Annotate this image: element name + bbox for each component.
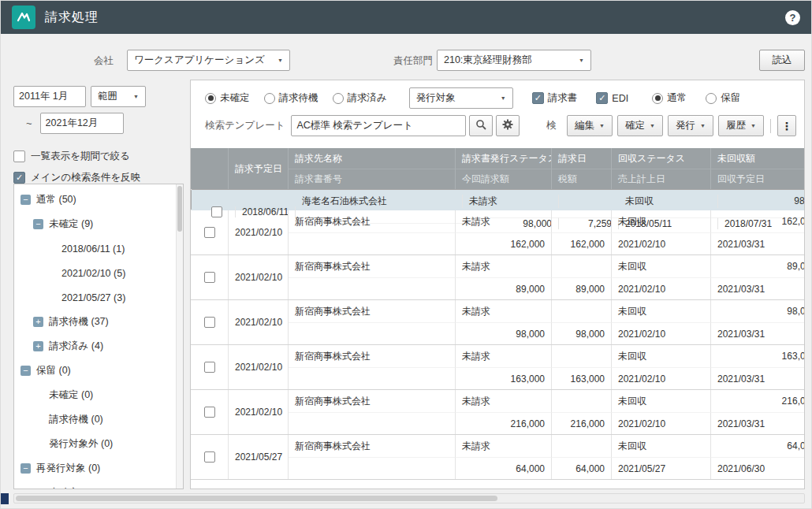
- cell-invoice-number: [289, 232, 456, 254]
- cell-current-amount: 216,000: [456, 412, 552, 434]
- tree-item[interactable]: 2021/05/27 (3): [14, 285, 183, 310]
- cell-bill-date: [552, 345, 612, 367]
- collapse-icon[interactable]: −: [20, 463, 31, 474]
- row-checkbox[interactable]: [204, 227, 215, 238]
- range-select[interactable]: 範囲 ▼: [91, 86, 146, 107]
- collapse-icon[interactable]: −: [20, 195, 31, 205]
- header-billing-date[interactable]: 請求予定日: [229, 148, 289, 189]
- row-checkbox[interactable]: [204, 317, 215, 328]
- header-current-amount[interactable]: 今回請求額: [456, 169, 552, 189]
- tree-item[interactable]: −通常 (50): [14, 188, 183, 212]
- cell-collect-status: 未回収: [612, 390, 711, 412]
- tree-item[interactable]: +請求済み (4): [14, 334, 183, 359]
- table-row[interactable]: 2021/02/10新宿商事株式会社未請求未回収89,00089,00089,0…: [191, 255, 804, 300]
- expand-icon[interactable]: +: [33, 317, 43, 327]
- date-to-input[interactable]: [40, 113, 124, 134]
- row-checkbox[interactable]: [204, 272, 215, 283]
- sidebar-checkbox-row[interactable]: 一覧表示を期間で絞る: [13, 147, 184, 165]
- horizontal-scrollbar[interactable]: [13, 493, 805, 503]
- header-collect-status[interactable]: 回収ステータス: [612, 148, 711, 169]
- radio-option[interactable]: 未確定: [205, 91, 250, 105]
- tree-vertical-scrollbar[interactable]: [176, 184, 183, 489]
- radio-option[interactable]: 保留: [706, 91, 740, 105]
- radio-option[interactable]: 請求済み: [333, 91, 387, 105]
- collapse-icon[interactable]: −: [20, 366, 31, 376]
- tree-item[interactable]: 請求待機 (0): [14, 407, 183, 432]
- cell-unpaid-amount: 162,000: [711, 210, 804, 232]
- tree-item[interactable]: −再発行対象 (0): [14, 456, 183, 481]
- cell-collect-due-date: 2021/03/31: [711, 322, 804, 344]
- tree-item-label: 請求済み (4): [49, 340, 103, 353]
- table-row[interactable]: 2021/05/27新宿商事株式会社未請求未回収64,00064,00064,0…: [191, 435, 804, 480]
- expand-icon[interactable]: +: [33, 341, 43, 351]
- checkbox-icon[interactable]: ✓: [532, 92, 544, 104]
- date-from-input[interactable]: [13, 86, 86, 107]
- header-collect-due-date[interactable]: 回収予定日: [711, 169, 804, 189]
- table-row[interactable]: 2021/02/10新宿商事株式会社未請求未回収163,000163,00016…: [191, 345, 804, 390]
- checkbox-icon[interactable]: ✓: [13, 172, 25, 184]
- cell-unpaid-amount: 163,000: [711, 345, 804, 367]
- row-checkbox[interactable]: [204, 362, 215, 373]
- radio-option[interactable]: 請求待機: [264, 91, 318, 105]
- row-checkbox-cell: [191, 345, 229, 389]
- history-button[interactable]: 履歴▼: [718, 115, 764, 136]
- table-row[interactable]: 2018/06/11海老名石油株式会社未請求未回収98,00098,0007,2…: [191, 189, 804, 210]
- table-row[interactable]: 2021/02/10新宿商事株式会社未請求未回収162,000162,00016…: [191, 210, 804, 255]
- tree-item[interactable]: 2021/02/10 (5): [14, 261, 183, 285]
- search-button[interactable]: [469, 115, 493, 136]
- confirm-button[interactable]: 確定▼: [617, 115, 663, 136]
- checkbox-option[interactable]: ✓EDI: [596, 92, 628, 104]
- radio-label: 未確定: [220, 91, 250, 105]
- company-select[interactable]: ワークスアプリケーションズ ▼: [127, 50, 290, 71]
- tree-item[interactable]: 発行対象外 (0): [14, 432, 183, 456]
- table-row[interactable]: 2021/02/10新宿商事株式会社未請求未回収216,000216,00021…: [191, 390, 804, 435]
- checkbox-option[interactable]: ✓請求書: [532, 91, 578, 105]
- department-select[interactable]: 210:東京経理財務部 ▼: [437, 50, 591, 71]
- cell-unpaid-amount: 216,000: [711, 390, 804, 412]
- settings-button[interactable]: [496, 115, 520, 136]
- help-icon[interactable]: ?: [785, 10, 800, 25]
- radio-icon[interactable]: [264, 93, 275, 104]
- tree-item[interactable]: 未確定 (0): [14, 383, 183, 407]
- cell-collect-status: 未回収: [612, 255, 711, 277]
- row-checkbox[interactable]: [204, 451, 215, 463]
- scrollbar-thumb[interactable]: [16, 496, 497, 501]
- issue-target-select[interactable]: 発行対象 ▼: [409, 87, 513, 109]
- header-issue-status[interactable]: 請求書発行ステータス: [456, 148, 552, 169]
- tree-item-label: 再発行対象 (0): [36, 462, 100, 475]
- checkbox-icon[interactable]: ✓: [596, 92, 608, 104]
- radio-icon[interactable]: [706, 93, 717, 104]
- radio-icon[interactable]: [652, 93, 663, 104]
- tree-item[interactable]: −保留 (0): [14, 359, 183, 383]
- checkbox-icon[interactable]: [13, 150, 25, 162]
- checkbox-label: 一覧表示を期間で絞る: [31, 150, 130, 163]
- header-unpaid-amount[interactable]: 未回収額: [711, 148, 804, 169]
- load-button[interactable]: 読込: [759, 50, 805, 71]
- tree-item[interactable]: −未確定 (9): [14, 212, 183, 236]
- radio-option[interactable]: 通常: [652, 91, 687, 105]
- scrollbar-thumb[interactable]: [177, 186, 182, 232]
- table-row[interactable]: 2021/02/10新宿商事株式会社未請求未回収98,00098,00098,0…: [191, 300, 804, 345]
- radio-icon[interactable]: [333, 93, 344, 104]
- template-input[interactable]: [291, 115, 466, 136]
- header-invoice-number[interactable]: 請求書番号: [289, 169, 456, 189]
- row-checkbox-cell: [191, 210, 229, 254]
- edit-button[interactable]: 編集▼: [567, 115, 613, 136]
- more-actions-button[interactable]: ⋮: [777, 115, 796, 136]
- row-checkbox[interactable]: [204, 407, 215, 418]
- header-customer-name[interactable]: 請求先名称: [289, 148, 456, 169]
- tree-item[interactable]: 未確定 (0): [14, 481, 183, 489]
- cell-issue-status: 未請求: [456, 435, 552, 457]
- cell-invoice-number: [289, 277, 456, 299]
- radio-icon[interactable]: [205, 93, 216, 104]
- tree-item[interactable]: +請求待機 (37): [14, 310, 183, 334]
- header-sales-date[interactable]: 売上計上日: [612, 169, 711, 189]
- issue-button[interactable]: 発行▼: [668, 115, 713, 136]
- header-tax-amount[interactable]: 税額: [552, 169, 612, 189]
- header-bill-date[interactable]: 請求日: [552, 148, 612, 169]
- cell-billing-date: 2021/02/10: [229, 345, 289, 389]
- collapse-icon[interactable]: −: [33, 219, 43, 229]
- cell-tax-amount: 64,000: [552, 457, 612, 479]
- tree-item[interactable]: 2018/06/11 (1): [14, 236, 183, 261]
- filter-row-status: 未確定請求待機請求済み 発行対象 ▼ ✓請求書✓EDI 通常保留: [205, 87, 796, 109]
